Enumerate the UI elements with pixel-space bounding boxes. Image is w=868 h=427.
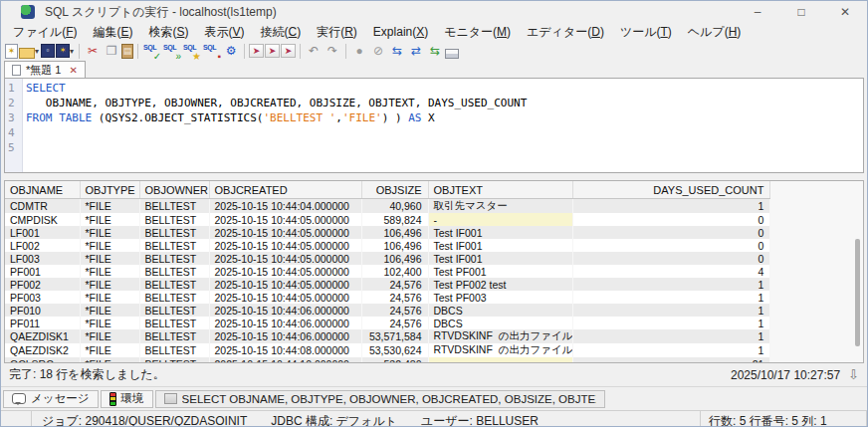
cell-objtype[interactable]: *FILE: [80, 304, 139, 317]
cell-objcreated[interactable]: 2025-10-15 10:44:05.000000: [209, 213, 361, 226]
cell-objtext[interactable]: Test PF001: [428, 265, 573, 278]
column-header-objname[interactable]: OBJNAME: [5, 181, 80, 199]
cell-days_used_count[interactable]: 1: [573, 304, 770, 317]
open-icon-dropdown[interactable]: ▾: [35, 47, 39, 56]
connect-icon[interactable]: ⇆: [388, 43, 406, 60]
cell-objtext[interactable]: DBCS: [428, 304, 573, 317]
sql-run-selected-icon[interactable]: SQL★: [182, 43, 201, 60]
cell-days_used_count[interactable]: 1: [573, 343, 770, 357]
cell-objtext[interactable]: Test IF001: [428, 239, 573, 252]
cell-objowner[interactable]: BELLTEST: [139, 213, 209, 226]
menu-edit[interactable]: 編集(E): [85, 24, 140, 41]
cell-objcreated[interactable]: 2025-10-15 10:44:08.000000: [209, 343, 361, 357]
print-icon[interactable]: [445, 49, 459, 59]
column-header-objtype[interactable]: OBJTYPE: [80, 181, 139, 199]
cell-objcreated[interactable]: 2025-10-15 10:44:05.000000: [209, 226, 361, 239]
cell-objtype[interactable]: *FILE: [80, 265, 139, 278]
cell-days_used_count[interactable]: 21: [573, 357, 770, 363]
cell-objsize[interactable]: 24,576: [361, 278, 428, 291]
table-row[interactable]: CDMTR*FILEBELLTEST2025-10-15 10:44:04.00…: [5, 199, 770, 214]
table-row[interactable]: PF010*FILEBELLTEST2025-10-15 10:44:06.00…: [5, 304, 770, 317]
results-scrollbar-track[interactable]: [853, 199, 862, 361]
cell-objowner[interactable]: BELLTEST: [139, 317, 209, 329]
column-header-objtext[interactable]: OBJTEXT: [428, 181, 573, 199]
table-row[interactable]: QCLSRC*FILEBELLTEST2025-10-15 10:44:10.0…: [5, 357, 770, 363]
tab-messages[interactable]: メッセージ: [3, 390, 99, 408]
menu-explain[interactable]: Explain(X): [365, 25, 436, 39]
cell-objowner[interactable]: BELLTEST: [139, 291, 209, 304]
cell-objname[interactable]: PF003: [5, 291, 80, 304]
column-header-objcreated[interactable]: OBJCREATED: [209, 181, 361, 199]
editor-line[interactable]: 3FROM TABLE (QSYS2.OBJECT_STATISTICS('BE…: [5, 110, 863, 125]
table-row[interactable]: CMPDISK*FILEBELLTEST2025-10-15 10:44:05.…: [5, 213, 770, 226]
cell-days_used_count[interactable]: 1: [573, 278, 770, 291]
cell-objsize[interactable]: 102,400: [361, 265, 428, 278]
cell-objtype[interactable]: *FILE: [80, 317, 139, 329]
stop-icon[interactable]: ●: [350, 43, 368, 60]
cell-days_used_count[interactable]: 1: [573, 291, 770, 304]
cell-objcreated[interactable]: 2025-10-15 10:44:04.000000: [209, 199, 361, 214]
undo-icon[interactable]: ↶: [305, 43, 323, 60]
cell-objtext[interactable]: Test IF001: [428, 252, 573, 265]
redo-icon[interactable]: ↷: [324, 43, 341, 60]
cell-objname[interactable]: PF001: [5, 265, 80, 278]
cell-objowner[interactable]: BELLTEST: [139, 265, 209, 278]
cell-days_used_count[interactable]: 1: [573, 199, 770, 214]
cell-objsize[interactable]: 53,571,584: [361, 329, 428, 343]
new-script-icon[interactable]: ✶: [5, 44, 18, 59]
cell-objowner[interactable]: BELLTEST: [139, 304, 209, 317]
cell-objtype[interactable]: *FILE: [80, 213, 139, 226]
cell-objtext[interactable]: Test IF001: [428, 226, 573, 239]
cell-days_used_count[interactable]: 0: [573, 226, 770, 239]
table-row[interactable]: PF011*FILEBELLTEST2025-10-15 10:44:06.00…: [5, 317, 770, 329]
cell-days_used_count[interactable]: 0: [573, 213, 770, 226]
open-icon[interactable]: [19, 48, 35, 59]
cell-objtext[interactable]: -: [428, 213, 573, 226]
cell-objsize[interactable]: 53,530,624: [361, 343, 428, 357]
cell-objtype[interactable]: *FILE: [80, 278, 139, 291]
cell-objsize[interactable]: 106,496: [361, 239, 428, 252]
cell-objname[interactable]: QAEZDISK1: [5, 329, 80, 343]
menu-editor[interactable]: エディター(D): [519, 24, 612, 41]
sql-options-icon[interactable]: ⚙: [222, 43, 240, 60]
menu-run[interactable]: 実行(R): [309, 24, 365, 41]
cell-objsize[interactable]: 24,576: [361, 317, 428, 329]
table-row[interactable]: PF003*FILEBELLTEST2025-10-15 10:44:05.00…: [5, 291, 770, 304]
cell-objowner[interactable]: BELLTEST: [139, 226, 209, 239]
cell-objtext[interactable]: RTVDSKINF の出力ファイル: [428, 329, 573, 343]
table-row[interactable]: LF002*FILEBELLTEST2025-10-15 10:44:05.00…: [5, 239, 770, 252]
minimize-button[interactable]: –: [736, 1, 779, 23]
menu-search[interactable]: 検索(S): [140, 24, 196, 41]
sql-run-all-icon[interactable]: SQL»: [162, 43, 181, 60]
cell-objsize[interactable]: 589,824: [361, 213, 428, 226]
disconnect-icon[interactable]: ⇆: [426, 43, 444, 60]
menu-help[interactable]: ヘルプ(H): [680, 24, 750, 41]
cell-objtype[interactable]: *FILE: [80, 226, 139, 239]
cancel-request-icon[interactable]: ⊘: [369, 43, 387, 60]
cell-objsize[interactable]: 40,960: [361, 199, 428, 214]
cell-objcreated[interactable]: 2025-10-15 10:44:06.000000: [209, 304, 361, 317]
tab-result-set[interactable]: SELECT OBJNAME, OBJTYPE, OBJOWNER, OBJCR…: [155, 390, 605, 408]
cell-objtext[interactable]: Test PF003: [428, 291, 573, 304]
table-row[interactable]: QAEZDISK2*FILEBELLTEST2025-10-15 10:44:0…: [5, 343, 770, 357]
cell-objname[interactable]: CDMTR: [5, 199, 80, 214]
editor-line[interactable]: 2 OBJNAME, OBJTYPE, OBJOWNER, OBJCREATED…: [5, 96, 863, 110]
save-results-icon[interactable]: ⇩: [848, 367, 859, 382]
table-row[interactable]: PF002*FILEBELLTEST2025-10-15 10:44:05.00…: [5, 278, 770, 291]
cell-objname[interactable]: LF003: [5, 252, 80, 265]
cell-objsize[interactable]: 106,496: [361, 226, 428, 239]
cell-objname[interactable]: CMPDISK: [5, 213, 80, 226]
cell-objtext[interactable]: RTVDSKINF の出力ファイル: [428, 343, 573, 357]
cell-objowner[interactable]: BELLTEST: [139, 357, 209, 363]
sql-editor[interactable]: 1SELECT2 OBJNAME, OBJTYPE, OBJOWNER, OBJ…: [4, 78, 864, 173]
editor-line[interactable]: 1SELECT: [5, 81, 863, 96]
results-scrollbar-thumb[interactable]: [855, 239, 860, 346]
column-header-days_used_count[interactable]: DAYS_USED_COUNT: [573, 181, 770, 199]
cell-objowner[interactable]: BELLTEST: [139, 252, 209, 265]
save-as-icon[interactable]: ✶: [56, 44, 70, 58]
cell-objtype[interactable]: *FILE: [80, 239, 139, 252]
cell-objsize[interactable]: 106,496: [361, 252, 428, 265]
run-script-icon[interactable]: ➤: [249, 44, 264, 58]
cell-objsize[interactable]: 532,480: [361, 357, 428, 363]
cell-objtype[interactable]: *FILE: [80, 357, 139, 363]
